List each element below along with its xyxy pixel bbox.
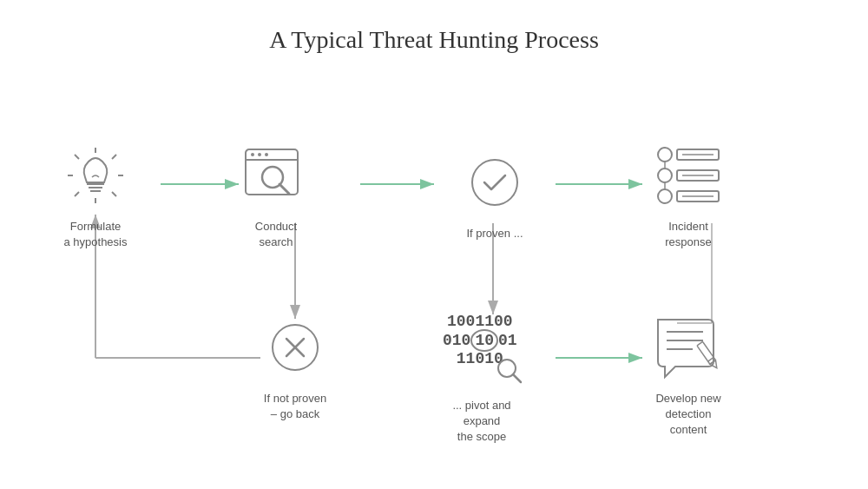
binary-icon-wrapper: 1001100010100111010 xyxy=(443,313,521,382)
detection-content-icon xyxy=(649,313,727,382)
svg-line-19 xyxy=(112,155,116,159)
svg-marker-52 xyxy=(710,360,720,370)
detection-icon-wrapper xyxy=(649,313,727,382)
lightbulb-icon-wrapper xyxy=(61,141,130,210)
check-icon-wrapper xyxy=(460,148,529,217)
diagram-container: Formulate a hypothesis Conduct search xyxy=(17,80,851,462)
svg-point-31 xyxy=(472,160,517,205)
browser-search-icon-wrapper xyxy=(241,141,311,210)
if-proven-label: If proven ... xyxy=(466,226,523,241)
if-proven-node: If proven ... xyxy=(460,148,529,241)
hypothesis-node: Formulate a hypothesis xyxy=(61,141,130,250)
x-circle-icon xyxy=(269,321,321,373)
incident-response-icon xyxy=(649,141,727,210)
lightbulb-icon xyxy=(64,144,127,207)
conduct-search-label: Conduct search xyxy=(255,219,297,250)
hypothesis-label: Formulate a hypothesis xyxy=(64,219,128,250)
detection-content-node: Develop new detection content xyxy=(649,313,727,439)
check-circle-icon xyxy=(469,156,521,208)
svg-point-28 xyxy=(265,153,268,156)
if-not-proven-label: If not proven – go back xyxy=(264,391,326,422)
svg-line-30 xyxy=(279,184,289,194)
svg-point-26 xyxy=(251,153,254,156)
svg-point-37 xyxy=(658,148,672,162)
browser-search-icon xyxy=(242,146,310,205)
svg-point-41 xyxy=(658,189,672,203)
svg-line-17 xyxy=(75,155,79,159)
svg-line-20 xyxy=(75,192,79,196)
binary-magnifier-icon xyxy=(495,356,525,387)
incident-response-label: Incident response xyxy=(665,219,711,250)
incident-response-node: Incident response xyxy=(649,141,727,250)
incident-icon-wrapper xyxy=(649,141,727,210)
conduct-search-node: Conduct search xyxy=(241,141,311,250)
svg-line-36 xyxy=(513,374,521,382)
pivot-label: ... pivot and expand the scope xyxy=(452,398,510,446)
if-not-proven-node: If not proven – go back xyxy=(260,313,330,422)
svg-line-18 xyxy=(112,192,116,196)
svg-point-27 xyxy=(258,153,261,156)
x-circle-icon-wrapper xyxy=(260,313,330,382)
pivot-node: 1001100010100111010 ... pivot and expand… xyxy=(443,313,521,446)
page-title: A Typical Threat Hunting Process xyxy=(269,26,599,54)
detection-content-label: Develop new detection content xyxy=(655,391,720,439)
svg-point-39 xyxy=(658,169,672,182)
